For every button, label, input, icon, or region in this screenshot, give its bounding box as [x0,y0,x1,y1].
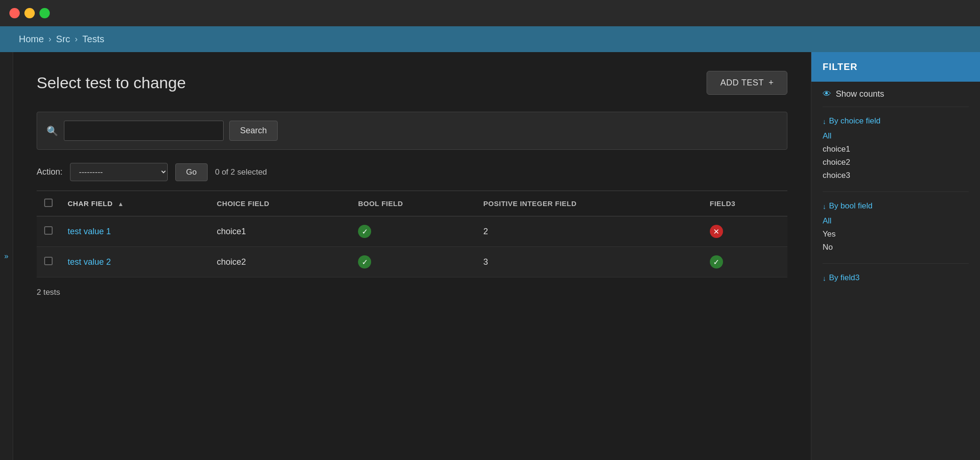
breadcrumb-home[interactable]: Home [19,34,44,45]
col-choice-field: CHOICE FIELD [209,191,350,216]
filter-section-bool-field: ↓ By bool field All Yes No [823,201,969,252]
row2-choice-field-value: choice2 [217,257,246,267]
show-counts-row[interactable]: 👁 Show counts [823,89,969,107]
col-bool-field-label: BOOL FIELD [358,199,403,207]
filter-body: 👁 Show counts ↓ By choice field All choi… [811,82,980,301]
select-all-cell[interactable] [37,191,60,216]
table-row: test value 1 choice1 ✓ 2 ✕ [37,216,787,247]
filter-bool-field-label: By bool field [829,201,873,211]
close-button[interactable] [9,8,20,18]
row1-checkbox[interactable] [44,226,53,235]
selected-count: 0 of 2 selected [215,168,267,177]
filter-choice3[interactable]: choice3 [823,171,969,180]
row1-positive-integer-field: 2 [476,216,702,247]
filter-arrow-bool: ↓ [823,202,826,210]
filter-choice2[interactable]: choice2 [823,158,969,167]
select-all-checkbox[interactable] [44,199,53,207]
breadcrumb-sep-2: › [75,34,78,44]
row2-bool-true-icon: ✓ [358,255,371,268]
breadcrumb-tests[interactable]: Tests [82,34,104,45]
filter-sidebar: FILTER 👁 Show counts ↓ By choice field A… [811,52,980,460]
page-header: Select test to change ADD TEST + [37,71,787,95]
filter-divider-1 [823,192,969,192]
action-label: Action: [37,167,62,177]
row2-char-field[interactable]: test value 2 [60,247,209,277]
filter-field3-title[interactable]: ↓ By field3 [823,273,969,283]
go-button[interactable]: Go [175,163,208,181]
search-icon: 🔍 [47,125,58,137]
table-header-row: CHAR FIELD ▲ CHOICE FIELD BOOL FIELD POS… [37,191,787,216]
row1-field3-false-icon: ✕ [710,225,723,238]
row2-checkbox[interactable] [44,257,53,265]
search-input[interactable] [64,121,224,141]
sort-arrow-char-field: ▲ [118,200,124,207]
action-row: Action: --------- Delete selected tests … [37,163,787,181]
filter-choice-all[interactable]: All [823,131,969,141]
row1-bool-true-icon: ✓ [358,225,371,238]
sidebar-toggle[interactable]: » [0,52,13,460]
filter-field3-label: By field3 [829,273,860,283]
page-title: Select test to change [37,74,186,92]
row1-checkbox-cell[interactable] [37,216,60,247]
main-layout: » Select test to change ADD TEST + 🔍 Sea… [0,52,980,460]
row1-bool-field: ✓ [350,216,476,247]
breadcrumb-sep-1: › [48,34,51,44]
row2-positive-integer-field: 3 [476,247,702,277]
row1-field3: ✕ [702,216,787,247]
minimize-button[interactable] [24,8,35,18]
filter-choice-field-title[interactable]: ↓ By choice field [823,116,969,126]
filter-bool-field-title[interactable]: ↓ By bool field [823,201,969,211]
row1-choice-field: choice1 [209,216,350,247]
add-test-button[interactable]: ADD TEST + [707,71,787,95]
col-char-field[interactable]: CHAR FIELD ▲ [60,191,209,216]
row2-field3-true-icon: ✓ [710,255,723,268]
row1-char-field-value[interactable]: test value 1 [68,227,111,236]
col-bool-field: BOOL FIELD [350,191,476,216]
filter-header: FILTER [811,52,980,82]
row1-char-field[interactable]: test value 1 [60,216,209,247]
row1-positive-integer-value: 2 [483,227,488,236]
row1-choice-field-value: choice1 [217,227,246,236]
add-test-label: ADD TEST [720,78,764,88]
breadcrumb-bar: Home › Src › Tests [0,26,980,52]
filter-arrow-field3: ↓ [823,274,826,282]
col-positive-integer-field: POSITIVE INTEGER FIELD [476,191,702,216]
row2-field3: ✓ [702,247,787,277]
row2-positive-integer-value: 3 [483,257,488,267]
breadcrumb: Home › Src › Tests [19,34,104,45]
eye-icon: 👁 [823,89,831,99]
count-label: 2 tests [37,288,787,297]
col-field3: FIELD3 [702,191,787,216]
table-row: test value 2 choice2 ✓ 3 ✓ [37,247,787,277]
titlebar [0,0,980,26]
filter-bool-no[interactable]: No [823,243,969,252]
col-field3-label: FIELD3 [710,199,736,207]
action-select[interactable]: --------- Delete selected tests [70,163,168,181]
filter-section-choice-field: ↓ By choice field All choice1 choice2 ch… [823,116,969,180]
filter-bool-all[interactable]: All [823,216,969,226]
row2-choice-field: choice2 [209,247,350,277]
filter-arrow-choice: ↓ [823,117,826,125]
filter-section-field3: ↓ By field3 [823,273,969,283]
row2-bool-field: ✓ [350,247,476,277]
filter-choice1[interactable]: choice1 [823,145,969,154]
show-counts-label: Show counts [836,89,884,99]
row2-char-field-value[interactable]: test value 2 [68,257,111,267]
maximize-button[interactable] [39,8,50,18]
content-area: Select test to change ADD TEST + 🔍 Searc… [13,52,811,460]
col-positive-integer-field-label: POSITIVE INTEGER FIELD [483,199,577,207]
col-char-field-label: CHAR FIELD [68,199,113,207]
data-table: CHAR FIELD ▲ CHOICE FIELD BOOL FIELD POS… [37,191,787,277]
filter-bool-yes[interactable]: Yes [823,230,969,239]
filter-choice-field-label: By choice field [829,116,881,126]
col-choice-field-label: CHOICE FIELD [217,199,269,207]
row2-checkbox-cell[interactable] [37,247,60,277]
search-button[interactable]: Search [229,121,278,141]
add-test-icon: + [769,78,774,88]
breadcrumb-src[interactable]: Src [56,34,70,45]
search-bar: 🔍 Search [37,112,787,150]
filter-divider-2 [823,263,969,264]
